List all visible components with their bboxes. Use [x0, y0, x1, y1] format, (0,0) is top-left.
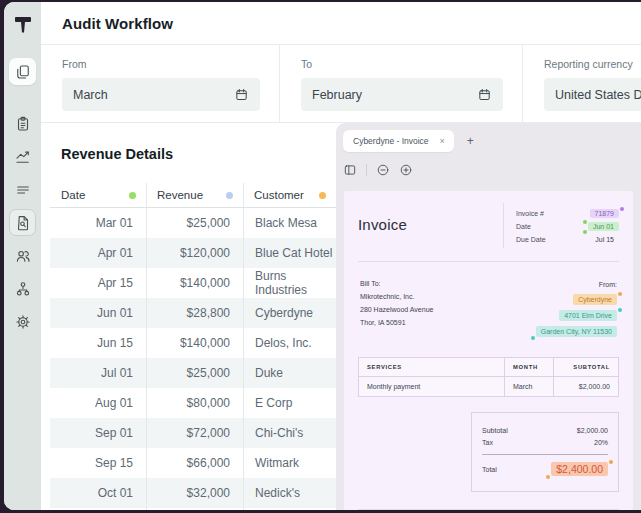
- split-panel-icon[interactable]: [343, 163, 357, 177]
- page-header: Audit Workflow: [41, 2, 641, 45]
- revenue-title: Revenue Details: [61, 146, 336, 162]
- bill-to-street: 280 Hazelwood Avenue: [360, 305, 433, 314]
- cell-date: Nov 15: [50, 508, 146, 510]
- cell-date: Sep 01: [50, 418, 146, 448]
- filter-currency: Reporting currency United States Dollar …: [523, 45, 641, 122]
- close-tab-icon[interactable]: ×: [440, 136, 445, 146]
- calendar-icon: [234, 87, 249, 102]
- pages-icon: [14, 63, 32, 81]
- cell-customer: Cyberdyne: [243, 298, 336, 328]
- table-row[interactable]: Sep 15 $66,000 Witmark: [50, 448, 336, 478]
- services-data-row: Monthly payment March $2,000.00: [359, 377, 618, 396]
- sidebar-item-settings[interactable]: [9, 308, 36, 335]
- table-row[interactable]: Oct 01 $32,000 Nedick's: [50, 478, 336, 508]
- column-header-revenue[interactable]: Revenue: [146, 183, 243, 207]
- tab-cyberdyne-invoice[interactable]: Cyberdyne - Invoice ×: [343, 130, 454, 152]
- total-row: Total $2,400.00: [482, 462, 608, 476]
- sidebar-item-clients[interactable]: [9, 242, 36, 269]
- from-name[interactable]: Cyberdyne: [573, 294, 617, 305]
- filter-from: From March: [41, 45, 280, 122]
- table-row[interactable]: Nov 15 $112,000 Value Giant: [50, 508, 336, 510]
- service-month: March: [504, 377, 553, 396]
- invoice-number-row: Invoice # 71879: [516, 209, 619, 218]
- table-row[interactable]: Apr 01 $120,000 Blue Cat Hotel: [50, 238, 336, 268]
- services-table: SERVICES MONTH SUBTOTAL Monthly payment …: [358, 357, 619, 397]
- invoice-number-value[interactable]: 71879: [590, 209, 619, 218]
- column-header-date[interactable]: Date: [50, 183, 146, 207]
- zoom-out-icon[interactable]: [376, 163, 390, 177]
- column-header-customer[interactable]: Customer: [243, 183, 336, 207]
- sidebar-item-pages[interactable]: [9, 58, 36, 85]
- calendar-icon: [477, 87, 492, 102]
- from-label: From:: [536, 280, 617, 289]
- document-search-icon: [14, 214, 32, 232]
- tax-row: Tax 20%: [482, 439, 608, 446]
- cell-customer: Burns Industries: [243, 268, 336, 298]
- cell-revenue: $25,000: [146, 208, 243, 238]
- from-label: From: [62, 58, 260, 70]
- sidebar-item-tasks[interactable]: [9, 110, 36, 137]
- app-window: Audit Workflow From March To February: [4, 2, 641, 510]
- currency-label: Reporting currency: [544, 58, 641, 70]
- zoom-in-icon[interactable]: [399, 163, 413, 177]
- cell-date: Apr 01: [50, 238, 146, 268]
- cell-revenue: $120,000: [146, 238, 243, 268]
- sidebar-item-lists[interactable]: [9, 176, 36, 203]
- tab-bar: Cyberdyne - Invoice × +: [343, 129, 641, 152]
- table-row[interactable]: Mar 01 $25,000 Black Mesa: [50, 208, 336, 238]
- sidebar-item-org-structure[interactable]: [9, 275, 36, 302]
- revenue-column-dot: [226, 192, 233, 199]
- services-col-header: SERVICES: [359, 358, 504, 376]
- cell-revenue: $25,000: [146, 358, 243, 388]
- sidebar-item-audit-documents[interactable]: [9, 209, 36, 236]
- from-city[interactable]: Garden City, NY 11530: [536, 326, 617, 337]
- tax-value: 20%: [594, 439, 608, 446]
- table-row[interactable]: Sep 01 $72,000 Chi-Chi's: [50, 418, 336, 448]
- customer-column-dot: [319, 192, 326, 199]
- cell-customer: Witmark: [243, 448, 336, 478]
- from-street[interactable]: 4701 Elm Drive: [559, 310, 617, 321]
- total-value[interactable]: $2,400.00: [551, 462, 608, 476]
- invoice-header: Invoice Invoice # 71879 Date Jun 01: [358, 203, 619, 262]
- revenue-table: Date Revenue Customer Mar 01: [50, 183, 336, 510]
- total-label: Total: [482, 466, 497, 473]
- cell-customer: Value Giant: [243, 508, 336, 510]
- invoice-due-row: Due Date Jul 15: [516, 235, 619, 244]
- list-lines-icon: [14, 181, 32, 199]
- cell-date: Mar 01: [50, 208, 146, 238]
- invoice-due-label: Due Date: [516, 236, 546, 243]
- table-row[interactable]: Aug 01 $80,000 E Corp: [50, 388, 336, 418]
- column-label: Revenue: [157, 189, 203, 201]
- cell-date: Apr 15: [50, 268, 146, 298]
- to-label: To: [301, 58, 503, 70]
- cell-customer: E Corp: [243, 388, 336, 418]
- table-row[interactable]: Jun 15 $140,000 Delos, Inc.: [50, 328, 336, 358]
- from-date-picker[interactable]: March: [62, 78, 260, 111]
- summary-divider: [482, 454, 608, 455]
- to-date-picker[interactable]: February: [301, 78, 503, 111]
- from-value: March: [73, 88, 108, 102]
- table-row[interactable]: Jul 01 $25,000 Duke: [50, 358, 336, 388]
- table-row[interactable]: Apr 15 $140,000 Burns Industries: [50, 268, 336, 298]
- cell-customer: Duke: [243, 358, 336, 388]
- tab-label: Cyberdyne - Invoice: [353, 136, 429, 146]
- preview-toolbar: [343, 155, 641, 185]
- invoice-date-label: Date: [516, 223, 531, 230]
- invoice-meta: Invoice # 71879 Date Jun 01 Due Date Jul…: [503, 203, 619, 248]
- users-icon: [14, 247, 32, 265]
- cell-customer: Nedick's: [243, 478, 336, 508]
- invoice-due-value: Jul 15: [595, 236, 619, 243]
- invoice-summary: Subtotal $2,000.00 Tax 20% Total $2,400.…: [471, 412, 619, 492]
- currency-select[interactable]: United States Dollar (USD): [544, 78, 641, 111]
- clipboard-icon: [14, 115, 32, 133]
- bill-to-label: Bill To:: [360, 279, 433, 288]
- table-row[interactable]: Jun 01 $28,800 Cyberdyne: [50, 298, 336, 328]
- new-tab-button[interactable]: +: [467, 134, 474, 148]
- bill-to-city: Thor, IA 50591: [360, 318, 433, 327]
- invoice-number-label: Invoice #: [516, 210, 544, 217]
- invoice-date-value[interactable]: Jun 01: [588, 222, 619, 231]
- invoice-footer: Contact: Jacob Salisbury finance@cyberdy…: [358, 509, 619, 510]
- sidebar-item-analytics[interactable]: [9, 143, 36, 170]
- service-subtotal: $2,000.00: [553, 377, 618, 396]
- hierarchy-icon: [14, 280, 32, 298]
